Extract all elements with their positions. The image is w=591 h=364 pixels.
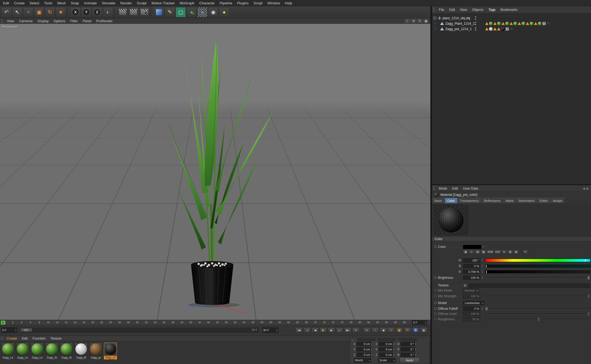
- phong-tag-icon[interactable]: [497, 27, 500, 30]
- material-item-zagg-st-3[interactable]: Zagg_St: [45, 343, 58, 359]
- coord-field[interactable]: 0 cm: [357, 342, 371, 346]
- coord-field[interactable]: 0 cm: [357, 347, 371, 352]
- rotate-tool-icon[interactable]: ↻: [45, 7, 55, 17]
- material-menu-create[interactable]: Create: [4, 337, 20, 340]
- menu-sculpt[interactable]: Sculpt: [134, 1, 149, 5]
- spinner-icon[interactable]: ▴▾: [393, 348, 394, 351]
- uvw-tag-icon[interactable]: [542, 22, 546, 25]
- viewport-menu-filter[interactable]: Filter: [68, 19, 80, 23]
- viewport-menu-prorender[interactable]: ProRender: [94, 19, 115, 23]
- om-menu-edit[interactable]: Edit: [447, 8, 457, 12]
- color-spectrum-icon[interactable]: ▤: [475, 250, 480, 254]
- mat-green-tag-icon[interactable]: [530, 22, 533, 25]
- material-thumbnail[interactable]: [75, 343, 88, 356]
- spinner-icon[interactable]: ▴▾: [425, 321, 426, 324]
- saturation-field[interactable]: 0 %: [463, 264, 480, 268]
- tab-transparency[interactable]: Transparency: [457, 198, 482, 203]
- color-picker-icon[interactable]: ✎: [523, 250, 528, 254]
- menu-motion-tracker[interactable]: Motion Tracker: [149, 1, 177, 5]
- visibility-toggles[interactable]: [474, 16, 478, 20]
- menu-animate[interactable]: Animate: [81, 1, 99, 5]
- nav-forward-icon[interactable]: ▶: [587, 187, 589, 190]
- timeline-ruler[interactable]: 0 0 F ▴▾ 0246810121416182022242628303234…: [0, 320, 430, 325]
- material-menu-function[interactable]: Function: [30, 337, 48, 340]
- mat-green-tag-icon[interactable]: [522, 22, 525, 25]
- coord-field[interactable]: 0 cm: [379, 347, 393, 352]
- material-item-zagg-po-7[interactable]: Zagg_po: [104, 343, 117, 359]
- plant-object[interactable]: [161, 31, 277, 313]
- material-thumbnail[interactable]: [45, 343, 58, 356]
- material-thumbnail[interactable]: [89, 343, 102, 356]
- material-thumbnail[interactable]: [16, 343, 29, 356]
- tab-alpha[interactable]: Alpha: [503, 198, 516, 203]
- anim-toggle-icon[interactable]: [434, 245, 437, 248]
- visibility-toggles[interactable]: [474, 22, 478, 25]
- diffuse-falloff-slider[interactable]: [485, 308, 589, 309]
- menu-render[interactable]: Render: [118, 1, 134, 5]
- color-mixer-icon[interactable]: ▥: [507, 250, 513, 254]
- menu-script[interactable]: Script: [251, 1, 265, 5]
- material-menu-edit[interactable]: Edit: [20, 337, 30, 340]
- menu-mograph[interactable]: MoGraph: [177, 1, 197, 5]
- render-to-picture-viewer-icon[interactable]: [128, 7, 139, 17]
- hsv-mode-icon[interactable]: HSV: [494, 250, 501, 254]
- pan-view-icon[interactable]: +: [405, 19, 410, 23]
- am-menu-mode[interactable]: Mode: [436, 187, 450, 190]
- nav-back-icon[interactable]: ◀: [583, 187, 585, 190]
- spinner-icon[interactable]: ▴▾: [277, 328, 277, 332]
- material-item-zagg-le-2[interactable]: Zagg_Le: [31, 343, 44, 359]
- viewport-menu-display[interactable]: Display: [35, 19, 51, 23]
- spinner-icon[interactable]: ▴▾: [415, 353, 416, 356]
- diffuse-falloff-field[interactable]: 0 %: [463, 306, 480, 311]
- phong-tag-icon[interactable]: [526, 22, 529, 25]
- dots-tag-icon[interactable]: ∷: [510, 27, 513, 31]
- dots-tag-icon[interactable]: ∷: [546, 22, 550, 25]
- coord-field[interactable]: 0 cm: [357, 353, 371, 357]
- coord-field[interactable]: 0 cm: [379, 353, 393, 357]
- phong-tag-icon[interactable]: [493, 22, 497, 25]
- object-row-zagg-plant-1214-1[interactable]: Zagg_Plant_1214_1∷: [432, 21, 591, 26]
- tab-reflectance[interactable]: Reflectance: [482, 198, 503, 203]
- phong-tag-icon[interactable]: [518, 22, 521, 25]
- tab-basic[interactable]: Basic: [432, 198, 445, 203]
- am-menu-user-data[interactable]: User Data: [460, 187, 481, 190]
- spinner-icon[interactable]: ▴▾: [15, 328, 16, 332]
- scale-tool-icon[interactable]: ▣: [34, 7, 44, 17]
- material-thumbnail[interactable]: [60, 343, 73, 356]
- rgb-mode-icon[interactable]: RGB: [487, 250, 494, 254]
- panel-grip-icon[interactable]: [1, 337, 3, 340]
- anim-toggle-icon[interactable]: [434, 302, 437, 304]
- coord-field[interactable]: 0 °: [401, 342, 415, 346]
- range-slider-handle[interactable]: 0 F: [21, 328, 32, 332]
- play-button[interactable]: ▶: [320, 327, 327, 333]
- tab-editor[interactable]: Editor: [537, 198, 551, 203]
- menu-help[interactable]: Help: [282, 1, 295, 5]
- phong-tag-icon[interactable]: [485, 27, 488, 30]
- value-gradient-bar[interactable]: [485, 270, 590, 273]
- material-checker-icon[interactable]: ●: [197, 7, 208, 17]
- timeline-range-slider[interactable]: 0 F 90 F: [20, 328, 259, 333]
- mat-green-tag-icon[interactable]: [505, 22, 509, 25]
- color-swatches-icon[interactable]: ▧: [513, 250, 519, 254]
- spinner-icon[interactable]: ▴▾: [481, 270, 484, 274]
- record-button[interactable]: ●: [371, 327, 379, 333]
- coordinate-system-icon[interactable]: ◐: [103, 7, 113, 17]
- phong-tag-icon[interactable]: [534, 22, 537, 25]
- model-select[interactable]: Lambertian: [463, 301, 484, 305]
- next-key-button[interactable]: ▷: [336, 327, 343, 333]
- menu-tools[interactable]: Tools: [42, 1, 55, 5]
- color-screen-icon[interactable]: ▣: [463, 250, 468, 254]
- coord-space-select[interactable]: World: [354, 358, 371, 363]
- apply-button[interactable]: Apply: [399, 357, 420, 363]
- material-item-zagg-st-4[interactable]: Zagg_St: [60, 343, 73, 359]
- anim-toggle-icon[interactable]: [434, 276, 437, 279]
- spinner-icon[interactable]: ▴▾: [393, 342, 394, 346]
- viewport-menu-panel[interactable]: Panel: [80, 19, 94, 23]
- current-frame-field[interactable]: 0 F ▴▾: [412, 320, 427, 325]
- live-selection-icon[interactable]: ↖: [12, 7, 23, 17]
- material-preview[interactable]: [434, 205, 468, 235]
- value-field[interactable]: 0.784 %: [463, 270, 480, 274]
- object-manager[interactable]: plant_1214_obj.objZagg_Plant_1214_1∷Zagg…: [432, 13, 591, 184]
- material-item-zagg-le-1[interactable]: Zagg_Le: [16, 343, 29, 359]
- subdivision-surface-icon[interactable]: ▢: [176, 7, 186, 17]
